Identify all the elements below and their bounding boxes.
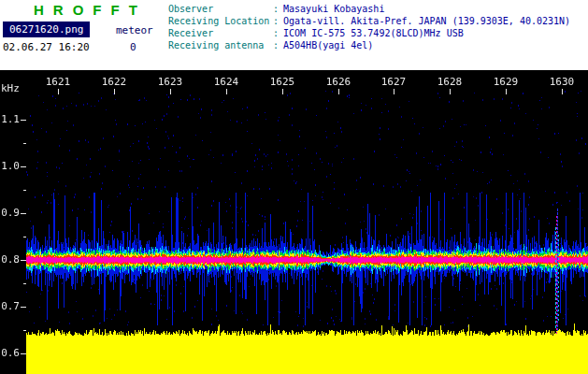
info-row: Observer:Masayuki Kobayashi [168,3,570,15]
frequency-tick-label: 0.6 [1,348,20,359]
info-label: Receiving Location [168,15,273,27]
time-tick-label: 1622 [98,77,130,88]
mode-label: meteor [116,24,153,36]
header-panel: HROFFT 06271620.png meteor 02.06.27 16:2… [0,0,588,70]
spectrogram-canvas [0,70,588,374]
time-tick-label: 1621 [42,77,74,88]
app-title: HROFFT [34,2,147,18]
meteor-count: 0 [130,41,136,53]
frequency-tick-label: 1.0 [1,161,20,172]
time-tick-label: 1630 [546,77,578,88]
info-colon: : [273,16,279,26]
info-colon: : [273,40,279,50]
time-tick-label: 1624 [210,77,242,88]
frequency-tick-label: 1.1 [1,114,20,125]
info-row: Receiver:ICOM IC-575 53.7492(8LCD)MHz US… [168,27,570,39]
frequency-tick-label: 0.7 [1,301,20,312]
frequency-unit-label: kHz [1,82,20,94]
info-label: Receiver [168,27,273,39]
info-colon: : [273,4,279,14]
time-tick-label: 1623 [154,77,186,88]
station-info-block: Observer:Masayuki KobayashiReceiving Loc… [168,3,570,51]
info-value: Ogata-vill. Akita-Pref. JAPAN (139.9303E… [283,16,570,26]
filename-box: 06271620.png [3,22,90,37]
info-colon: : [273,28,279,38]
datetime-label: 02.06.27 16:20 [3,41,90,53]
info-label: Receiving antenna [168,39,273,51]
info-row: Receiving antenna:A504HB(yagi 4el) [168,39,570,51]
frequency-tick-label: 0.9 [1,208,20,219]
hrofft-output-image: HROFFT 06271620.png meteor 02.06.27 16:2… [0,0,588,374]
filename-text: 06271620.png [9,23,83,36]
time-tick-label: 1628 [434,77,466,88]
info-value: Masayuki Kobayashi [283,4,384,14]
info-row: Receiving Location:Ogata-vill. Akita-Pre… [168,15,570,27]
info-label: Observer [168,3,273,15]
time-tick-label: 1627 [378,77,409,88]
info-value: ICOM IC-575 53.7492(8LCD)MHz USB [283,28,464,38]
info-value: A504HB(yagi 4el) [283,40,373,50]
time-tick-label: 1625 [266,77,298,88]
time-tick-label: 1629 [490,77,522,88]
frequency-tick-label: 0.8 [1,254,20,266]
time-tick-label: 1626 [323,77,354,88]
